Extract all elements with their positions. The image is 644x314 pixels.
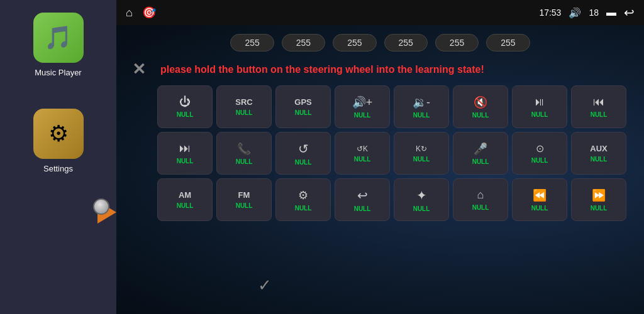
am-button[interactable]: AM NULL (157, 178, 213, 221)
button-row-1: ⏻ NULL SRC NULL GPS NULL 🔊+ NULL 🔉- NULL… (126, 85, 635, 128)
button-row-3: AM NULL FM NULL ⚙ NULL ↩ NULL ✦ NULL ⌂ N… (126, 178, 635, 221)
confirm-button[interactable]: ✓ (258, 276, 272, 295)
pill-6: 255 (486, 34, 530, 51)
topbar: ⌂ 🎯 17:53 🔊 18 ▬ ↩ (116, 0, 644, 25)
clock: 17:53 (539, 8, 561, 18)
volume-icon: 🔊 (569, 7, 581, 19)
call-button[interactable]: 📞 NULL (216, 132, 272, 175)
topbar-left: ⌂ 🎯 (126, 6, 156, 19)
vol-down-button[interactable]: 🔉- NULL (394, 85, 449, 128)
nav-icon[interactable]: 🎯 (142, 6, 156, 19)
prev-button[interactable]: ⏮ NULL (571, 85, 626, 128)
cancel-button[interactable]: ✕ (132, 60, 151, 79)
seek-back-k-button[interactable]: K↻ NULL (394, 132, 449, 175)
seek-k-button[interactable]: ↺K NULL (335, 132, 390, 175)
music-player-item[interactable]: 🎵 Music Player (33, 13, 84, 77)
mic-button[interactable]: 🎤 NULL (453, 132, 508, 175)
home-icon[interactable]: ⌂ (126, 6, 133, 19)
music-player-label: Music Player (35, 68, 81, 77)
fast-forward-button[interactable]: ⏩ NULL (571, 178, 626, 221)
gps-button[interactable]: GPS NULL (275, 85, 331, 128)
main-panel: 255 255 255 255 255 255 ✕ please hold th… (116, 25, 644, 314)
power-button[interactable]: ⏻ NULL (157, 85, 213, 128)
mute-button[interactable]: 🔇 NULL (453, 85, 508, 128)
aux-button[interactable]: AUX NULL (571, 132, 626, 175)
settings-item[interactable]: ⚙ Settings (33, 109, 84, 173)
pills-row: 255 255 255 255 255 255 (116, 25, 644, 57)
sidebar: 🎵 Music Player ⚙ Settings (0, 0, 116, 314)
button-row-2: ⏭ NULL 📞 NULL ↺ NULL ↺K NULL K↻ NULL 🎤 N (126, 132, 635, 175)
music-player-icon: 🎵 (33, 13, 84, 63)
instruction-text: please hold the button on the steering w… (160, 64, 484, 75)
settings-icon-wrap: ⚙ (33, 109, 84, 159)
pill-2: 255 (282, 34, 325, 51)
pill-4: 255 (384, 34, 428, 51)
back-call-button[interactable]: ↺ NULL (275, 132, 331, 175)
play-pause-button[interactable]: ⏯ NULL (512, 85, 567, 128)
rewind-button[interactable]: ⏪ NULL (512, 178, 567, 221)
bluetooth-button[interactable]: ✦ NULL (394, 178, 449, 221)
back-icon[interactable]: ↩ (624, 5, 635, 20)
knob[interactable] (93, 198, 109, 215)
settings-ctrl-button[interactable]: ⚙ NULL (275, 178, 331, 221)
volume-level: 18 (589, 8, 599, 18)
next-button[interactable]: ⏭ NULL (157, 132, 213, 175)
topbar-right: 17:53 🔊 18 ▬ ↩ (539, 5, 635, 20)
button-grid: ⏻ NULL SRC NULL GPS NULL 🔊+ NULL 🔉- NULL… (116, 85, 644, 221)
home-ctrl-button[interactable]: ⌂ NULL (453, 178, 508, 221)
battery-icon: ▬ (606, 7, 616, 18)
instruction-row: ✕ please hold the button on the steering… (116, 57, 644, 85)
fm-button[interactable]: FM NULL (216, 178, 272, 221)
vol-up-button[interactable]: 🔊+ NULL (335, 85, 390, 128)
settings-label: Settings (43, 164, 73, 173)
pill-5: 255 (435, 34, 479, 51)
return-button[interactable]: ↩ NULL (335, 178, 390, 221)
src-button[interactable]: SRC NULL (216, 85, 272, 128)
pill-3: 255 (333, 34, 376, 51)
camera-button[interactable]: ⊙ NULL (512, 132, 567, 175)
pill-1: 255 (230, 34, 274, 51)
